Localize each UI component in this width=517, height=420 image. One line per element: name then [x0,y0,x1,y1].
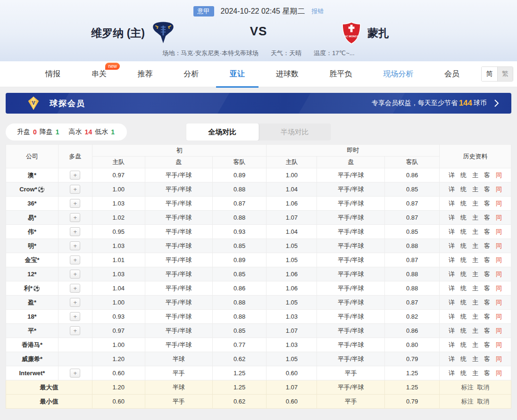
history-home-link[interactable]: 主 [472,355,478,362]
expand-multi-odds-button[interactable]: + [70,312,80,321]
tab-recommend[interactable]: 推荐 [138,61,153,87]
tab-win-draw-lose[interactable]: 胜平负 [330,61,352,87]
history-detail-link[interactable]: 详 [449,242,455,249]
history-same-link[interactable]: 同 [496,172,502,179]
history-same-link[interactable]: 同 [496,299,502,306]
history-home-link[interactable]: 主 [472,313,478,320]
history-stats-link[interactable]: 统 [460,327,467,334]
history-away-link[interactable]: 客 [484,256,490,264]
history-away-link[interactable]: 客 [484,172,490,179]
expand-multi-odds-button[interactable]: + [70,213,80,222]
tab-full-match-compare[interactable]: 全场对比 [186,124,259,140]
history-detail-link[interactable]: 详 [449,214,455,221]
tab-goals[interactable]: 进球数 [276,61,299,87]
history-away-link[interactable]: 客 [484,186,490,193]
report-error-link[interactable]: 报错 [311,7,324,16]
expand-multi-odds-button[interactable]: + [70,369,80,378]
history-home-link[interactable]: 主 [472,186,478,193]
history-home-link[interactable]: 主 [472,370,478,377]
tab-half-match-compare[interactable]: 半场对比 [258,124,331,140]
history-home-link[interactable]: 主 [472,327,478,334]
tab-parlay[interactable]: 串关new [92,61,107,87]
history-stats-link[interactable]: 统 [460,256,467,264]
history-same-link[interactable]: 同 [496,271,502,278]
history-same-link[interactable]: 同 [496,186,502,193]
history-home-link[interactable]: 主 [472,214,478,221]
history-away-link[interactable]: 客 [484,214,490,221]
history-detail-link[interactable]: 详 [449,313,455,320]
history-same-link[interactable]: 同 [496,285,502,292]
history-same-link[interactable]: 同 [496,214,502,221]
history-stats-link[interactable]: 统 [460,341,467,348]
cancel-link[interactable]: 取消 [477,398,490,405]
history-away-link[interactable]: 客 [484,355,490,362]
cancel-link[interactable]: 取消 [477,384,490,391]
vip-member-banner[interactable]: V 球探会员 专享会员权益，每天至少节省 144 球币 [6,93,511,114]
expand-multi-odds-button[interactable]: + [70,298,80,307]
league-badge[interactable]: 意甲 [193,6,214,16]
history-home-link[interactable]: 主 [472,256,478,264]
history-home-link[interactable]: 主 [472,271,478,278]
history-detail-link[interactable]: 详 [449,172,455,179]
history-stats-link[interactable]: 统 [460,271,467,278]
history-away-link[interactable]: 客 [484,271,490,278]
history-away-link[interactable]: 客 [484,299,490,306]
tab-intel[interactable]: 情报 [45,61,60,87]
history-stats-link[interactable]: 统 [460,370,467,377]
history-stats-link[interactable]: 统 [460,355,467,362]
history-detail-link[interactable]: 详 [449,200,455,207]
history-home-link[interactable]: 主 [472,242,478,249]
history-home-link[interactable]: 主 [472,285,478,292]
expand-multi-odds-button[interactable]: + [70,227,80,236]
expand-multi-odds-button[interactable]: + [70,326,80,335]
expand-multi-odds-button[interactable]: + [70,171,80,180]
expand-multi-odds-button[interactable]: + [70,241,80,250]
expand-multi-odds-button[interactable]: + [70,185,80,194]
tab-analysis[interactable]: 分析 [183,61,199,87]
history-away-link[interactable]: 客 [484,228,490,235]
tab-asian-handicap[interactable]: 亚让 [230,61,245,87]
tab-live-analysis[interactable]: 现场分析 [383,61,413,87]
history-detail-link[interactable]: 详 [449,370,455,377]
expand-multi-odds-button[interactable]: + [70,199,80,208]
history-away-link[interactable]: 客 [484,327,490,334]
history-same-link[interactable]: 同 [496,256,502,264]
history-away-link[interactable]: 客 [484,341,490,348]
mark-link[interactable]: 标注 [461,384,474,391]
history-detail-link[interactable]: 详 [449,228,455,235]
history-detail-link[interactable]: 详 [449,186,455,193]
expand-multi-odds-button[interactable]: + [70,270,80,279]
lang-simplified-button[interactable]: 简 [482,67,497,81]
history-same-link[interactable]: 同 [496,355,502,362]
history-stats-link[interactable]: 统 [460,172,467,179]
history-home-link[interactable]: 主 [472,341,478,348]
history-away-link[interactable]: 客 [484,200,490,207]
expand-multi-odds-button[interactable]: + [70,255,80,264]
history-home-link[interactable]: 主 [472,228,478,235]
history-detail-link[interactable]: 详 [449,327,455,334]
history-same-link[interactable]: 同 [496,327,502,334]
history-same-link[interactable]: 同 [496,341,502,348]
history-away-link[interactable]: 客 [484,313,490,320]
history-same-link[interactable]: 同 [496,228,502,235]
mark-link[interactable]: 标注 [461,398,474,405]
history-stats-link[interactable]: 统 [460,228,467,235]
history-detail-link[interactable]: 详 [449,271,455,278]
history-stats-link[interactable]: 统 [460,186,467,193]
history-stats-link[interactable]: 统 [460,299,467,306]
history-away-link[interactable]: 客 [484,242,490,249]
history-stats-link[interactable]: 统 [460,313,467,320]
history-same-link[interactable]: 同 [496,200,502,207]
history-stats-link[interactable]: 统 [460,285,467,292]
tab-member[interactable]: 会员 [444,61,459,87]
history-stats-link[interactable]: 统 [460,242,467,249]
lang-traditional-button[interactable]: 繁 [497,67,513,81]
history-detail-link[interactable]: 详 [449,299,455,306]
history-detail-link[interactable]: 详 [449,355,455,362]
history-home-link[interactable]: 主 [472,200,478,207]
history-stats-link[interactable]: 统 [460,214,467,221]
history-detail-link[interactable]: 详 [449,285,455,292]
history-stats-link[interactable]: 统 [460,200,467,207]
expand-multi-odds-button[interactable]: + [70,284,80,293]
history-same-link[interactable]: 同 [496,313,502,320]
